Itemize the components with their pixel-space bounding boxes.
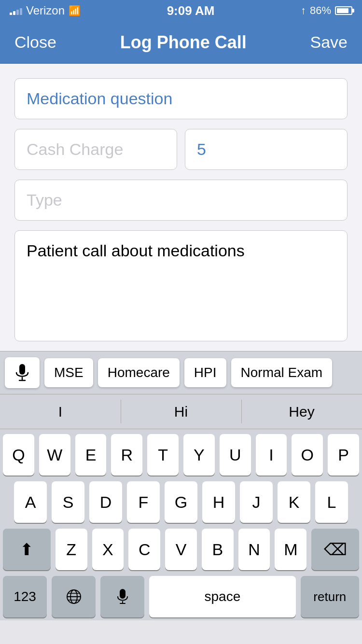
key-a[interactable]: A [14, 481, 47, 523]
key-b[interactable]: B [202, 529, 234, 570]
cash-charge-input[interactable] [14, 129, 177, 170]
status-bar: Verizon 📶 9:09 AM ↑ 86% [0, 0, 362, 21]
category-input[interactable] [14, 78, 348, 119]
key-row-1: Q W E R T Y U I O P [3, 434, 359, 476]
key-k[interactable]: K [278, 481, 310, 523]
quick-phrases-bar: MSE Homecare HPI Normal Exam [0, 351, 362, 394]
delete-key[interactable]: ⌫ [311, 529, 359, 570]
keyboard-mic-key[interactable] [100, 576, 144, 617]
suggestions-bar: I Hi Hey [0, 394, 362, 429]
hpi-button[interactable]: HPI [184, 358, 226, 387]
status-right: ↑ 86% [301, 4, 352, 17]
type-input[interactable] [14, 180, 348, 221]
space-key[interactable]: space [149, 576, 295, 617]
page-title: Log Phone Call [120, 32, 247, 53]
key-p[interactable]: P [328, 434, 359, 476]
keyboard-area: MSE Homecare HPI Normal Exam I Hi Hey Q … [0, 351, 362, 620]
suggestion-hey[interactable]: Hey [241, 394, 362, 429]
location-icon: ↑ [301, 4, 306, 17]
key-d[interactable]: D [89, 481, 122, 523]
key-q[interactable]: Q [3, 434, 34, 476]
key-x[interactable]: X [92, 529, 124, 570]
key-s[interactable]: S [52, 481, 84, 523]
key-row-4: 123 space return [3, 576, 359, 617]
status-left: Verizon 📶 [10, 4, 81, 17]
key-f[interactable]: F [127, 481, 160, 523]
key-r[interactable]: R [111, 434, 142, 476]
carrier-label: Verizon [26, 4, 65, 17]
battery-icon [335, 6, 352, 15]
suggestion-i[interactable]: I [0, 394, 121, 429]
key-n[interactable]: N [238, 529, 270, 570]
return-key[interactable]: return [301, 576, 359, 617]
charge-row [14, 129, 348, 170]
key-j[interactable]: J [240, 481, 273, 523]
key-u[interactable]: U [220, 434, 251, 476]
homecare-button[interactable]: Homecare [98, 358, 180, 387]
close-button[interactable]: Close [14, 33, 56, 52]
time-label: 9:09 AM [167, 3, 215, 18]
key-y[interactable]: Y [183, 434, 215, 476]
key-e[interactable]: E [75, 434, 107, 476]
keyboard: Q W E R T Y U I O P A S D F G H J K L ⬆ … [0, 429, 362, 620]
numbers-key[interactable]: 123 [3, 576, 47, 617]
svg-rect-8 [120, 589, 125, 599]
key-z[interactable]: Z [56, 529, 87, 570]
signal-icon [10, 6, 22, 15]
notes-textarea[interactable]: Patient call about medications [14, 230, 348, 341]
save-button[interactable]: Save [310, 33, 348, 52]
key-h[interactable]: H [202, 481, 235, 523]
key-m[interactable]: M [275, 529, 306, 570]
key-o[interactable]: O [292, 434, 323, 476]
key-l[interactable]: L [315, 481, 348, 523]
normal-exam-button[interactable]: Normal Exam [231, 358, 333, 387]
nav-bar: Close Log Phone Call Save [0, 21, 362, 64]
key-i[interactable]: I [256, 434, 287, 476]
key-c[interactable]: C [128, 529, 160, 570]
globe-key[interactable] [52, 576, 96, 617]
form-area: Patient call about medications [0, 64, 362, 351]
key-v[interactable]: V [165, 529, 197, 570]
key-row-2: A S D F G H J K L [3, 481, 359, 523]
svg-rect-0 [19, 364, 25, 375]
key-w[interactable]: W [39, 434, 70, 476]
suggestion-hi[interactable]: Hi [121, 394, 241, 429]
key-t[interactable]: T [147, 434, 179, 476]
wifi-icon: 📶 [69, 5, 81, 16]
battery-percent: 86% [310, 4, 331, 17]
key-row-3: ⬆ Z X C V B N M ⌫ [3, 529, 359, 570]
key-g[interactable]: G [165, 481, 197, 523]
dictation-button[interactable] [5, 357, 40, 388]
shift-key[interactable]: ⬆ [3, 529, 51, 570]
charge-amount-input[interactable] [185, 129, 348, 170]
mse-button[interactable]: MSE [44, 358, 93, 387]
